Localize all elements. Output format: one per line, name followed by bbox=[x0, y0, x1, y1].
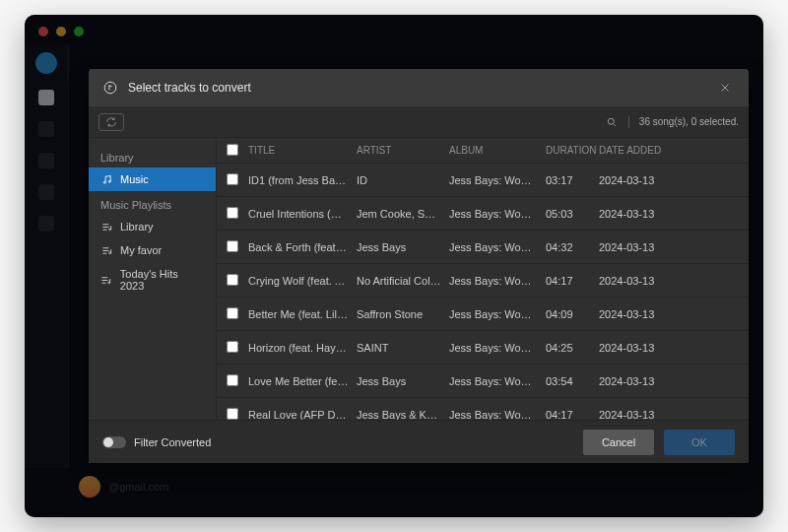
cell-artist: Jess Bays & Kelli-L… bbox=[357, 409, 449, 421]
row-checkbox[interactable] bbox=[227, 408, 238, 420]
sidebar-item-label: Today's Hits 2023 bbox=[120, 268, 204, 292]
row-checkbox[interactable] bbox=[227, 274, 238, 286]
search-icon[interactable] bbox=[605, 115, 619, 129]
cell-artist: Saffron Stone bbox=[357, 308, 449, 320]
row-checkbox[interactable] bbox=[227, 207, 238, 219]
cell-duration: 04:09 bbox=[546, 308, 599, 320]
cell-artist: SAINT bbox=[357, 342, 449, 354]
table-row[interactable]: Better Me (feat. Lily Mc…Saffron StoneJe… bbox=[217, 298, 749, 331]
cell-title: Love Me Better (feat. L… bbox=[248, 375, 357, 387]
cell-album: Jess Bays: Women I… bbox=[449, 308, 546, 320]
cell-duration: 04:25 bbox=[546, 342, 599, 354]
column-header-album[interactable]: ALBUM bbox=[449, 145, 546, 156]
cell-artist: ID bbox=[357, 174, 449, 186]
table-row[interactable]: Real Love (AFP Deep Li…Jess Bays & Kelli… bbox=[217, 398, 749, 420]
cell-album: Jess Bays: Women I… bbox=[449, 174, 546, 186]
cell-album: Jess Bays: Women I… bbox=[449, 208, 546, 220]
playlist-icon bbox=[100, 221, 112, 233]
sidebar-section-title: Music Playlists bbox=[89, 191, 216, 215]
svg-point-0 bbox=[104, 82, 116, 94]
tracks-table-body: ID1 (from Jess Bays: W…IDJess Bays: Wome… bbox=[217, 164, 749, 420]
cell-date: 2024-03-13 bbox=[599, 308, 688, 320]
cell-title: Crying Wolf (feat. Alex … bbox=[248, 275, 357, 287]
sidebar-item-label: Music bbox=[120, 173, 149, 185]
table-header: TITLE ARTIST ALBUM DURATION DATE ADDED bbox=[217, 138, 749, 164]
cell-album: Jess Bays: Women I… bbox=[449, 342, 546, 354]
cell-duration: 04:17 bbox=[546, 275, 599, 287]
column-header-date-added[interactable]: DATE ADDED bbox=[599, 145, 688, 156]
sidebar-item-my-favor[interactable]: My favor bbox=[89, 238, 216, 262]
cell-date: 2024-03-13 bbox=[599, 342, 688, 354]
modal-title: Select tracks to convert bbox=[128, 81, 251, 95]
cell-album: Jess Bays: Women I… bbox=[449, 409, 546, 421]
cell-album: Jess Bays: Women I… bbox=[449, 275, 546, 287]
cell-date: 2024-03-13 bbox=[599, 409, 688, 421]
modal-header: Select tracks to convert bbox=[89, 69, 749, 106]
cell-date: 2024-03-13 bbox=[599, 208, 688, 220]
playlist-icon bbox=[100, 244, 112, 256]
cell-artist: Jem Cooke, Sam D… bbox=[357, 208, 449, 220]
sidebar-item-todays-hits[interactable]: Today's Hits 2023 bbox=[89, 262, 216, 298]
svg-point-3 bbox=[108, 180, 110, 182]
cell-title: Better Me (feat. Lily Mc… bbox=[248, 308, 357, 320]
select-all-checkbox[interactable] bbox=[227, 144, 238, 156]
cell-title: Real Love (AFP Deep Li… bbox=[248, 409, 357, 421]
sidebar-item-library[interactable]: Library bbox=[89, 215, 216, 238]
modal-toolbar: 36 song(s), 0 selected. bbox=[89, 106, 749, 138]
column-header-duration[interactable]: DURATION bbox=[546, 145, 599, 156]
cell-artist: Jess Bays bbox=[357, 241, 449, 253]
cell-title: Back & Forth (feat. Lily … bbox=[248, 241, 357, 253]
table-row[interactable]: Love Me Better (feat. L…Jess BaysJess Ba… bbox=[217, 365, 749, 398]
modal-body: Library Music Music Playlists Library bbox=[89, 138, 749, 420]
cell-album: Jess Bays: Women I… bbox=[449, 375, 546, 387]
column-header-artist[interactable]: ARTIST bbox=[357, 145, 449, 156]
row-checkbox[interactable] bbox=[227, 240, 238, 252]
refresh-button[interactable] bbox=[98, 113, 124, 131]
cell-duration: 03:54 bbox=[546, 375, 599, 387]
filter-converted-toggle[interactable] bbox=[102, 436, 126, 448]
app-window: @gmail.com Select tracks to convert 36 s bbox=[25, 15, 763, 517]
table-row[interactable]: Cruel Intentions (Mixed)Jem Cooke, Sam D… bbox=[217, 197, 749, 231]
cell-duration: 04:32 bbox=[546, 241, 599, 253]
sidebar-section-title: Library bbox=[89, 144, 216, 167]
table-row[interactable]: Back & Forth (feat. Lily …Jess BaysJess … bbox=[217, 231, 749, 264]
playlist-icon bbox=[100, 274, 112, 286]
sidebar-item-label: Library bbox=[120, 221, 154, 233]
column-header-title[interactable]: TITLE bbox=[248, 145, 357, 156]
tracks-pane: TITLE ARTIST ALBUM DURATION DATE ADDED I… bbox=[217, 138, 749, 420]
row-checkbox[interactable] bbox=[227, 341, 238, 353]
selection-summary: 36 song(s), 0 selected. bbox=[639, 116, 739, 127]
row-checkbox[interactable] bbox=[227, 374, 238, 386]
cell-date: 2024-03-13 bbox=[599, 375, 688, 387]
cell-artist: Jess Bays bbox=[357, 375, 449, 387]
sidebar-item-label: My favor bbox=[120, 244, 162, 256]
cell-title: Horizon (feat. Hayley … bbox=[248, 342, 357, 354]
svg-point-2 bbox=[103, 181, 105, 183]
modal-sidebar: Library Music Music Playlists Library bbox=[89, 138, 217, 420]
music-note-icon bbox=[102, 80, 118, 96]
cell-date: 2024-03-13 bbox=[599, 275, 688, 287]
modal-footer: Filter Converted Cancel OK bbox=[89, 420, 749, 463]
sidebar-item-music[interactable]: Music bbox=[89, 167, 216, 191]
cell-date: 2024-03-13 bbox=[599, 241, 688, 253]
cell-date: 2024-03-13 bbox=[599, 174, 688, 186]
close-icon[interactable] bbox=[715, 78, 735, 98]
cell-album: Jess Bays: Women I… bbox=[449, 241, 546, 253]
select-tracks-modal: Select tracks to convert 36 song(s), 0 s… bbox=[89, 69, 749, 463]
row-checkbox[interactable] bbox=[227, 307, 238, 319]
table-row[interactable]: ID1 (from Jess Bays: W…IDJess Bays: Wome… bbox=[217, 164, 749, 197]
filter-converted-label: Filter Converted bbox=[134, 436, 211, 448]
ok-button[interactable]: OK bbox=[664, 430, 735, 455]
cell-artist: No Artificial Colours bbox=[357, 275, 449, 287]
table-row[interactable]: Crying Wolf (feat. Alex …No Artificial C… bbox=[217, 264, 749, 298]
toolbar-divider bbox=[628, 116, 629, 128]
music-icon bbox=[100, 173, 112, 185]
cancel-button[interactable]: Cancel bbox=[583, 430, 654, 455]
cell-duration: 05:03 bbox=[546, 208, 599, 220]
cell-title: ID1 (from Jess Bays: W… bbox=[248, 174, 357, 186]
table-row[interactable]: Horizon (feat. Hayley …SAINTJess Bays: W… bbox=[217, 331, 749, 365]
svg-point-1 bbox=[608, 118, 614, 124]
cell-duration: 04:17 bbox=[546, 409, 599, 421]
cell-duration: 03:17 bbox=[546, 174, 599, 186]
row-checkbox[interactable] bbox=[227, 173, 238, 185]
